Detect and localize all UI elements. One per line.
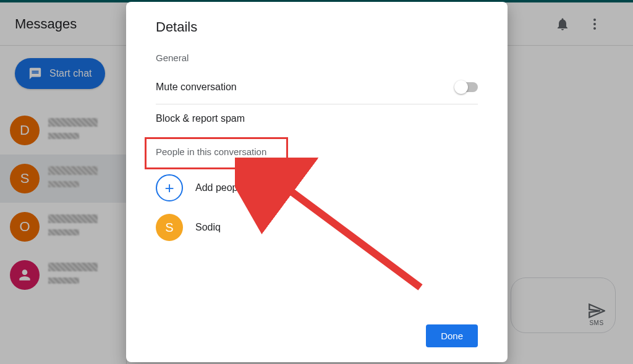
dialog-footer: Done [156, 324, 478, 347]
contact-avatar: S [156, 214, 183, 241]
mute-label: Mute conversation [156, 82, 237, 93]
block-report-spam-button[interactable]: Block & report spam [156, 104, 478, 133]
mute-conversation-row[interactable]: Mute conversation [156, 74, 478, 104]
plus-icon: + [156, 174, 183, 201]
details-dialog: Details General Mute conversation Block … [126, 2, 508, 362]
contact-row[interactable]: S Sodiq [156, 208, 478, 247]
contact-name: Sodiq [195, 222, 221, 233]
toggle-knob [454, 80, 468, 94]
mute-toggle[interactable] [456, 82, 478, 92]
section-label-people: People in this conversation [156, 146, 478, 157]
add-people-button[interactable]: + Add people [156, 168, 478, 208]
section-label-general: General [156, 53, 478, 63]
done-label: Done [441, 331, 463, 341]
add-people-label: Add people [195, 182, 245, 193]
done-button[interactable]: Done [426, 324, 478, 347]
block-label: Block & report spam [156, 113, 245, 124]
dialog-title: Details [156, 19, 478, 35]
